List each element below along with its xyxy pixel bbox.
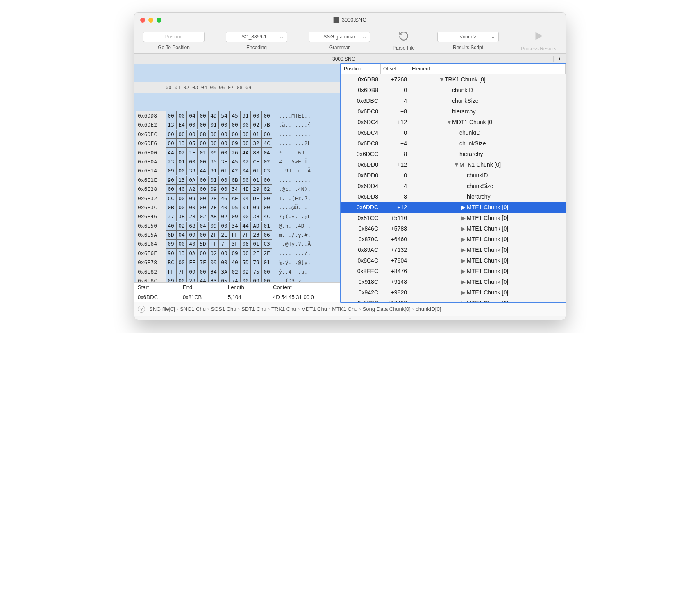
hex-bytes[interactable]: FF7F0900343A02027500 xyxy=(166,267,276,276)
hex-row[interactable]: 0x6E82FF7F0900343A02027500ÿ..4: .u. xyxy=(136,267,341,276)
hex-row[interactable]: 0x6DE213E4000001000000027B.ä.......{ xyxy=(136,120,341,129)
tree-row[interactable]: 0x846C+5788▶MTE1 Chunk [0] xyxy=(341,223,566,234)
breadcrumb[interactable]: MDT1 Chu xyxy=(301,306,327,312)
hex-row[interactable]: 0x6E78BC00FF7F0900405D7901¼.ÿ. .@]y. xyxy=(136,258,341,267)
hex-row[interactable]: 0x6E140900394A9101A20401C3..9J..¢..Ã xyxy=(136,166,341,175)
tree-row[interactable]: 0x6DB80chunkID xyxy=(341,85,566,95)
tree-row[interactable]: 0x6DC4+12▼MDT1 Chunk [0] xyxy=(341,117,566,127)
tree-row[interactable]: 0x81CC+5116▶MTE1 Chunk [0] xyxy=(341,213,566,223)
encoding-select[interactable]: ISO_8859-1:… xyxy=(226,32,287,42)
tree-row[interactable]: 0x6DD0+12▼MTK1 Chunk [0] xyxy=(341,159,566,170)
hex-row[interactable]: 0x6DD8000004004D5445310000....MTE1.. xyxy=(136,111,341,120)
hex-bytes[interactable]: 0013050000000900324C xyxy=(166,139,276,148)
breadcrumb[interactable]: SNG1 Chu xyxy=(180,306,206,312)
caret-icon[interactable]: ▶ xyxy=(461,268,467,274)
hex-bytes[interactable]: 90130A00020009002F2E xyxy=(166,249,276,258)
caret-icon[interactable]: ▶ xyxy=(461,215,467,221)
tree-row[interactable]: 0x89AC+7132▶MTE1 Chunk [0] xyxy=(341,244,566,255)
caret-icon[interactable]: ▶ xyxy=(461,257,467,264)
minimize-icon[interactable] xyxy=(148,18,153,23)
tree-row[interactable]: 0x6DC8+4chunkSize xyxy=(341,138,566,149)
help-icon[interactable]: ? xyxy=(138,306,145,313)
caret-icon[interactable]: ▶ xyxy=(461,289,467,296)
close-icon[interactable] xyxy=(140,18,145,23)
caret-icon[interactable]: ▶ xyxy=(461,300,467,302)
caret-icon[interactable]: ▼ xyxy=(446,119,452,125)
hex-row[interactable]: 0x6E0A23010000353E4502CE02#. .5>E.Î. xyxy=(136,157,341,166)
refresh-icon[interactable] xyxy=(398,31,409,43)
position-button[interactable]: Position xyxy=(143,32,205,42)
breadcrumb[interactable]: MTK1 Chu xyxy=(332,306,357,312)
hex-bytes[interactable]: 23010000353E4502CE02 xyxy=(166,157,276,166)
tree-row[interactable]: 0x96CC+10492▶MTE1 Chunk [0] xyxy=(341,298,566,302)
hex-row[interactable]: 0x6E46373B2802AB0209003B4C7;(.«. .;L xyxy=(136,212,341,221)
caret-icon[interactable]: ▶ xyxy=(461,204,467,210)
tree-row[interactable]: 0x6DC0+8hierarchy xyxy=(341,106,566,117)
hex-row[interactable]: 0x6E8C0900284433057A000900 .(D3.z. . xyxy=(136,276,341,282)
tree-header-element[interactable]: Element xyxy=(409,64,566,74)
tree-row[interactable]: 0x918C+9148▶MTE1 Chunk [0] xyxy=(341,276,566,287)
zoom-icon[interactable] xyxy=(157,18,161,23)
hex-bytes[interactable]: 000004004D5445310000 xyxy=(166,111,276,120)
script-select[interactable]: <none> xyxy=(437,32,499,42)
hex-row[interactable]: 0x6E6E90130A00020009002F2E......../. xyxy=(136,249,341,258)
tree-label: MTE1 Chunk [0] xyxy=(467,225,508,232)
tab-add-button[interactable]: + xyxy=(553,56,566,62)
hex-bytes[interactable]: 4002680409003444AD01 xyxy=(166,222,276,231)
tree-row[interactable]: 0x6DBC+4chunkSize xyxy=(341,95,566,106)
hex-bytes[interactable]: 0900284433057A000900 xyxy=(166,276,276,282)
hex-bytes[interactable]: 0B0000007F40D5010900 xyxy=(166,203,276,212)
hex-bytes[interactable]: AA021F010900264A8804 xyxy=(166,148,276,157)
caret-icon[interactable]: ▼ xyxy=(454,161,459,168)
tree-row[interactable]: 0x6DCC+8hierarchy xyxy=(341,149,566,159)
hex-row[interactable]: 0x6E504002680409003444AD01@.h. .4D-. xyxy=(136,222,341,231)
hex-bytes[interactable]: CC0009002846AE04DF00 xyxy=(166,194,276,203)
tree-row[interactable]: 0x6DD4+4chunkSize xyxy=(341,181,566,191)
tree-row[interactable]: 0x6DDC+12▶MTE1 Chunk [0] xyxy=(341,202,566,213)
breadcrumb[interactable]: TRK1 Chu xyxy=(271,306,296,312)
tree-row[interactable]: 0x6DD00chunkID xyxy=(341,170,566,181)
hex-row[interactable]: 0x6E32CC0009002846AE04DF00Ì. .(F®.ß. xyxy=(136,194,341,203)
hex-row[interactable]: 0x6E00AA021F010900264A8804ª.....&J.. xyxy=(136,148,341,157)
hex-row[interactable]: 0x6E280040A2000900344E2902.@¢. .4N). xyxy=(136,185,341,194)
tree-row[interactable]: 0x942C+9820▶MTE1 Chunk [0] xyxy=(341,287,566,298)
hex-bytes[interactable]: 0900405DFF7F3F0601C3 xyxy=(166,240,276,249)
tab-current[interactable]: 3000.SNG xyxy=(134,56,553,62)
tree-row[interactable]: 0x6DD8+8hierarchy xyxy=(341,191,566,202)
tree-row[interactable]: 0x8EEC+8476▶MTE1 Chunk [0] xyxy=(341,266,566,276)
hex-bytes[interactable]: 373B2802AB0209003B4C xyxy=(166,212,276,221)
caret-icon[interactable]: ▶ xyxy=(461,278,467,285)
tree-row[interactable]: 0x6DB8+7268▼TRK1 Chunk [0] xyxy=(341,74,566,85)
tree-header-offset[interactable]: Offset xyxy=(381,64,409,74)
breadcrumb[interactable]: Song Data Chunk[0] xyxy=(363,306,411,312)
hex-row[interactable]: 0x6E3C0B0000007F40D5010900....@Õ. . xyxy=(136,203,341,212)
breadcrumb[interactable]: SDT1 Chu xyxy=(241,306,266,312)
tree-row[interactable]: 0x8C4C+7804▶MTE1 Chunk [0] xyxy=(341,255,566,266)
hex-bytes[interactable]: 0040A2000900344E2902 xyxy=(166,185,276,194)
caret-icon[interactable]: ▶ xyxy=(461,236,467,242)
hex-bytes[interactable]: 13E4000001000000027B xyxy=(166,120,276,129)
hex-row[interactable]: 0x6DF60013050000000900324C........2L xyxy=(136,139,341,148)
hex-row[interactable]: 0x6E640900405DFF7F3F0601C3 .@]ÿ.?..Ã xyxy=(136,240,341,249)
grammar-select[interactable]: SNG grammar xyxy=(309,32,370,42)
breadcrumb[interactable]: SNG file[0] xyxy=(149,306,175,312)
caret-icon[interactable]: ▶ xyxy=(461,225,467,232)
hex-bytes[interactable]: 6D0409002F2EFF7F2306 xyxy=(166,231,276,240)
hex-row[interactable]: 0x6E1E90130A0001000B000100.......... xyxy=(136,176,341,185)
hex-ascii: ¼.ÿ. .@]y. xyxy=(276,258,311,267)
play-icon[interactable] xyxy=(532,30,545,43)
hex-bytes[interactable]: 0900394A9101A20401C3 xyxy=(166,166,276,175)
tree-row[interactable]: 0x870C+6460▶MTE1 Chunk [0] xyxy=(341,234,566,244)
tree-header-position[interactable]: Position xyxy=(341,64,381,74)
breadcrumb[interactable]: SGS1 Chu xyxy=(211,306,236,312)
hex-bytes[interactable]: 90130A0001000B000100 xyxy=(166,176,276,185)
tree-row[interactable]: 0x6DC40chunkID xyxy=(341,127,566,138)
hex-bytes[interactable]: BC00FF7F0900405D7901 xyxy=(166,258,276,267)
hex-bytes[interactable]: 00000008000000000100 xyxy=(166,130,276,139)
hex-row[interactable]: 0x6E5A6D0409002F2EFF7F2306m. ./.ÿ.#. xyxy=(136,231,341,240)
hex-row[interactable]: 0x6DEC00000008000000000100.......... xyxy=(136,130,341,139)
caret-icon[interactable]: ▼ xyxy=(439,76,445,83)
breadcrumb[interactable]: chunkID[0] xyxy=(416,306,441,312)
titlebar[interactable]: 3000.SNG xyxy=(134,13,566,27)
caret-icon[interactable]: ▶ xyxy=(461,247,467,253)
